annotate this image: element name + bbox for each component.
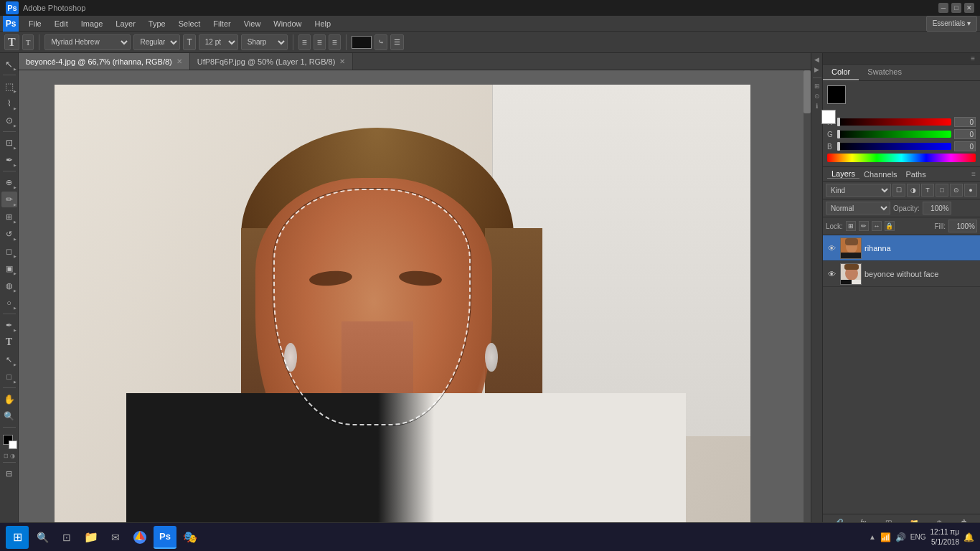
path-select-tool[interactable]: ↖▶ (1, 352, 17, 367)
eraser-tool[interactable]: ◻▶ (1, 243, 17, 259)
history-brush-tool[interactable]: ↺▶ (1, 226, 17, 242)
taskbar-task-view[interactable]: ⊡ (56, 527, 77, 548)
text-tool[interactable]: T (1, 334, 17, 350)
lock-all-btn[interactable]: 🔒 (885, 221, 895, 231)
filter-toggle-btn[interactable]: ● (964, 184, 977, 197)
opacity-input[interactable] (923, 202, 951, 215)
info-btn[interactable]: ℹ (816, 103, 818, 110)
tray-notification[interactable]: 🔔 (963, 532, 974, 542)
align-left-btn[interactable]: ≡ (298, 34, 311, 50)
expand-btn[interactable]: ◀ (814, 56, 819, 63)
pen-tool[interactable]: ✒▶ (1, 317, 17, 333)
filter-smart-btn[interactable]: ⊙ (950, 184, 963, 197)
align-right-btn[interactable]: ≡ (329, 34, 341, 50)
menu-image[interactable]: Image (75, 18, 109, 29)
b-slider-track[interactable] (837, 143, 951, 150)
tray-network[interactable]: 📶 (880, 532, 891, 542)
default-colors-icon[interactable]: ⊡ (4, 453, 9, 459)
align-center-btn[interactable]: ≡ (314, 34, 326, 50)
dodge-tool[interactable]: ○▶ (1, 295, 17, 311)
color-swatch[interactable] (352, 36, 372, 49)
tab-color[interactable]: Color (823, 65, 859, 80)
font-family-select[interactable]: Myriad Hebrew (44, 34, 131, 50)
font-style-select[interactable]: Regular (133, 34, 180, 50)
lock-position-btn[interactable]: ↔ (872, 221, 882, 231)
rectangle-marquee-tool[interactable]: ⬚▶ (1, 78, 17, 94)
filter-pixel-btn[interactable]: ☐ (892, 184, 905, 197)
warp-btn[interactable]: ⤷ (374, 34, 387, 50)
filter-adjustment-btn[interactable]: ◑ (907, 184, 920, 197)
filter-type-btn[interactable]: T (921, 184, 934, 197)
zoom-tool[interactable]: 🔍 (1, 408, 17, 424)
tab-close-beyonce[interactable]: ✕ (176, 57, 182, 65)
fg-bg-color-boxes[interactable] (827, 85, 854, 113)
text-opt-btn[interactable]: ☰ (390, 34, 404, 50)
shape-tool[interactable]: □▶ (1, 369, 17, 385)
start-button[interactable]: ⊞ (6, 526, 29, 549)
text-tool-small[interactable]: T (22, 34, 34, 50)
layer-visibility-rihanna[interactable]: 👁 (826, 242, 837, 254)
screen-mode-btn[interactable]: ⊟ (1, 466, 17, 481)
gradient-tool[interactable]: ▣▶ (1, 260, 17, 276)
quick-mask-icon[interactable]: ◑ (10, 453, 15, 459)
menu-help[interactable]: Help (308, 18, 336, 29)
g-slider-track[interactable] (837, 131, 951, 138)
b-value-input[interactable] (954, 141, 976, 151)
taskbar-search-btn[interactable]: 🔍 (32, 527, 53, 548)
tray-up-arrow[interactable]: ▲ (869, 533, 876, 541)
b-slider-thumb[interactable] (837, 142, 840, 151)
taskbar-chrome[interactable] (129, 527, 151, 548)
close-btn[interactable]: ✕ (964, 3, 974, 13)
text-tool-large[interactable]: T (4, 34, 19, 50)
adjust-btn[interactable]: ⊞ (814, 83, 820, 90)
crop-tool[interactable]: ⊡▶ (1, 135, 17, 151)
menu-file[interactable]: File (23, 18, 47, 29)
tab-layers[interactable]: Layers (827, 169, 859, 179)
menu-layer[interactable]: Layer (110, 18, 141, 29)
blur-tool[interactable]: ◍▶ (1, 278, 17, 293)
background-color[interactable] (9, 441, 17, 449)
g-slider-thumb[interactable] (837, 130, 840, 138)
r-slider-track[interactable] (837, 118, 951, 126)
menu-window[interactable]: Window (268, 18, 307, 29)
g-value-input[interactable] (954, 129, 976, 139)
layers-panel-expand[interactable]: ≡ (971, 170, 976, 178)
quick-select-tool[interactable]: ⊙▶ (1, 113, 17, 128)
collapse-btn[interactable]: ▶ (814, 66, 819, 73)
taskbar-app2[interactable]: 🎭 (179, 527, 201, 548)
tray-volume[interactable]: 🔊 (895, 532, 906, 542)
minimize-btn[interactable]: ─ (938, 3, 948, 13)
tab-beyonce[interactable]: beyoncé-4.jpg @ 66,7% (rihanna, RGB/8) ✕ (19, 53, 190, 70)
taskbar-mail[interactable]: ✉ (105, 527, 126, 548)
eyedrop-btn[interactable]: ⊙ (814, 93, 820, 100)
menu-filter[interactable]: Filter (207, 18, 236, 29)
spectrum-bar[interactable] (827, 154, 976, 162)
tab-swatches[interactable]: Swatches (859, 65, 910, 80)
panel-menu-btn[interactable]: ≡ (969, 55, 977, 62)
maximize-btn[interactable]: □ (951, 3, 961, 13)
blend-mode-select[interactable]: Normal (826, 202, 890, 215)
foreground-color-box[interactable] (827, 85, 846, 104)
essentials-btn[interactable]: Essentials ▾ (926, 16, 977, 32)
scroll-thumb-v[interactable] (804, 70, 811, 113)
background-color-box[interactable] (821, 110, 836, 124)
fill-input[interactable] (948, 220, 977, 232)
layer-row-rihanna[interactable]: 👁 rihanna (823, 235, 980, 261)
move-tool[interactable]: ↖▶ (1, 56, 17, 72)
tab-channels[interactable]: Channels (859, 170, 901, 179)
anti-alias-select[interactable]: Sharp (241, 34, 288, 50)
menu-view[interactable]: View (238, 18, 267, 29)
tab-close-ufp[interactable]: ✕ (339, 57, 345, 65)
tab-paths[interactable]: Paths (902, 170, 930, 179)
tab-ufp[interactable]: UfP8Fq6P.jpg @ 50% (Layer 1, RGB/8) ✕ (190, 53, 354, 70)
brush-tool[interactable]: ✏▶ (1, 192, 17, 207)
lock-image-btn[interactable]: ✏ (859, 221, 869, 231)
r-slider-thumb[interactable] (837, 118, 840, 126)
lasso-tool[interactable]: ⌇▶ (1, 95, 17, 111)
tray-lang[interactable]: ENG (910, 533, 926, 541)
font-size-select[interactable]: 12 pt (199, 34, 238, 50)
menu-select[interactable]: Select (173, 18, 207, 29)
canvas-scrollbar-vertical[interactable] (804, 70, 811, 524)
r-value-input[interactable] (954, 117, 976, 127)
menu-type[interactable]: Type (143, 18, 171, 29)
